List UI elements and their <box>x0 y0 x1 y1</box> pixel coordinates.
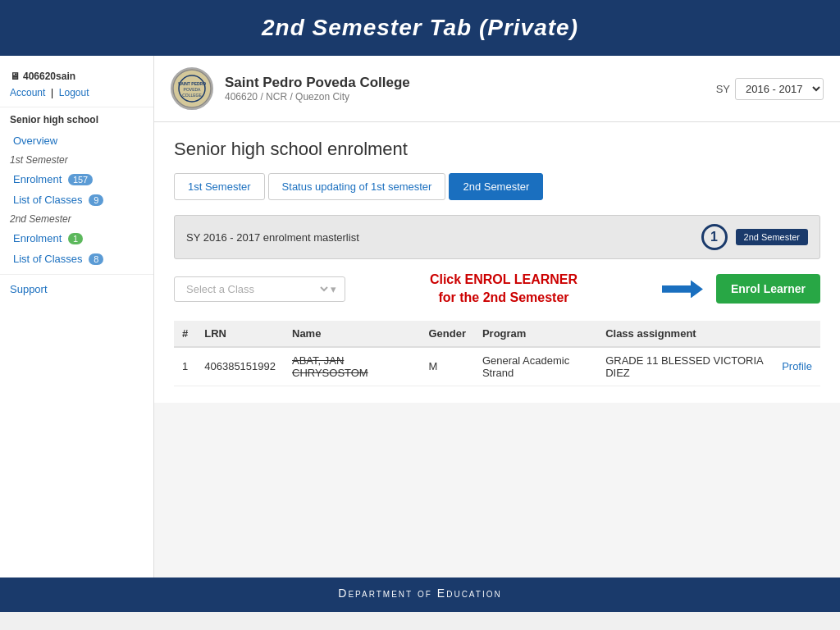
sy-label: SY <box>716 83 730 95</box>
step-circle: 1 <box>701 224 728 250</box>
school-info: Saint Pedro Poveda College 406620 / NCR … <box>225 75 410 103</box>
school-name: Saint Pedro Poveda College <box>225 75 410 91</box>
header-title: 2nd Semester Tab (Private) <box>262 15 578 40</box>
user-icon: 🖥 <box>10 71 20 82</box>
enrolment2-label: Enrolment <box>13 232 62 244</box>
sidebar-1st-semester-label: 1st Semester <box>0 151 153 169</box>
listclasses2-label: List of Classes <box>13 253 83 265</box>
school-header: SAINT PEDRO POVEDA COLLEGE Saint Pedro P… <box>154 56 840 122</box>
username-text: 406620sain <box>23 71 75 82</box>
masterlist-text: SY 2016 - 2017 enrolment masterlist <box>186 231 359 244</box>
listclasses1-badge: 9 <box>89 194 103 206</box>
sidebar-item-listclasses2[interactable]: List of Classes 8 <box>0 249 153 269</box>
enrol-instruction: Click ENROL LEARNER for the 2nd Semester <box>358 271 649 308</box>
enrolment-table: # LRN Name Gender Program Class assignme… <box>174 321 820 386</box>
sidebar-username-row: 🖥 406620sain <box>0 64 153 85</box>
cell-program: General Academic Strand <box>474 347 597 386</box>
sidebar-section-shs: Senior high school <box>0 107 153 130</box>
listclasses1-label: List of Classes <box>13 194 83 206</box>
semester-badge: 2nd Semester <box>736 229 808 245</box>
enrolment2-badge: 1 <box>68 233 83 244</box>
school-code: 406620 / NCR / Quezon City <box>225 91 410 103</box>
arrow-right-icon <box>662 280 703 298</box>
footer: Department of Education <box>0 578 840 612</box>
listclasses2-badge: 8 <box>89 253 103 265</box>
cell-gender: M <box>420 347 474 386</box>
school-logo: SAINT PEDRO POVEDA COLLEGE <box>171 67 213 110</box>
svg-text:SAINT PEDRO: SAINT PEDRO <box>178 81 206 86</box>
col-gender: Gender <box>420 321 474 347</box>
tab-status-update[interactable]: Status updating of 1st semester <box>268 173 446 200</box>
enrol-row: Select a Class ▾ Click ENROL LEARNER for… <box>174 271 820 308</box>
sy-selector: SY 2016 - 2017 2015 - 2016 <box>716 78 824 100</box>
overview-label: Overview <box>13 135 57 147</box>
main-content: SAINT PEDRO POVEDA COLLEGE Saint Pedro P… <box>154 56 840 578</box>
cell-num: 1 <box>174 347 196 386</box>
semester-tabs: 1st Semester Status updating of 1st seme… <box>174 173 820 200</box>
support-label: Support <box>10 283 48 295</box>
tab-1st-semester[interactable]: 1st Semester <box>174 173 265 200</box>
sidebar-item-support[interactable]: Support <box>0 274 153 304</box>
class-select[interactable]: Select a Class <box>183 282 331 296</box>
sidebar: 🖥 406620sain Account | Logout Senior hig… <box>0 56 154 578</box>
cell-name: ABAT, JAN CHRYSOSTOM <box>284 347 420 386</box>
sidebar-account-links: Account | Logout <box>0 85 153 107</box>
sidebar-item-enrolment2[interactable]: Enrolment 1 <box>0 228 153 249</box>
page-header: 2nd Semester Tab (Private) <box>0 0 840 56</box>
col-name: Name <box>284 321 420 347</box>
col-program: Program <box>474 321 597 347</box>
enrol-instruction-line2: for the 2nd Semester <box>358 289 649 307</box>
dropdown-arrow-icon: ▾ <box>331 283 336 295</box>
col-class: Class assignment <box>597 321 774 347</box>
col-action <box>774 321 820 347</box>
content-area: Senior high school enrolment 1st Semeste… <box>154 122 840 403</box>
enrolment1-badge: 157 <box>68 174 93 185</box>
sy-dropdown[interactable]: 2016 - 2017 2015 - 2016 <box>735 78 824 100</box>
class-select-wrapper[interactable]: Select a Class ▾ <box>174 276 345 302</box>
enrol-learner-button[interactable]: Enrol Learner <box>716 274 820 304</box>
table-header-row: # LRN Name Gender Program Class assignme… <box>174 321 820 347</box>
svg-text:COLLEGE: COLLEGE <box>182 93 202 98</box>
masterlist-bar: SY 2016 - 2017 enrolment masterlist 1 2n… <box>174 215 820 259</box>
table-row: 1 406385151992 ABAT, JAN CHRYSOSTOM M Ge… <box>174 347 820 386</box>
logout-link[interactable]: Logout <box>59 87 89 98</box>
cell-profile[interactable]: Profile <box>774 347 820 386</box>
masterlist-right: 1 2nd Semester <box>701 224 808 250</box>
account-link[interactable]: Account <box>10 87 45 98</box>
svg-text:POVEDA: POVEDA <box>184 87 202 92</box>
footer-text: Department of Education <box>338 587 501 600</box>
col-num: # <box>174 321 196 347</box>
cell-class: GRADE 11 BLESSED VICTORIA DIEZ <box>597 347 774 386</box>
sidebar-item-enrolment1[interactable]: Enrolment 157 <box>0 169 153 189</box>
col-lrn: LRN <box>196 321 284 347</box>
sidebar-2nd-semester-label: 2nd Semester <box>0 210 153 228</box>
enrol-instruction-line1: Click ENROL LEARNER <box>358 271 649 289</box>
sidebar-item-listclasses1[interactable]: List of Classes 9 <box>0 189 153 210</box>
enrolment1-label: Enrolment <box>13 173 62 185</box>
section-title: Senior high school enrolment <box>174 139 820 160</box>
sidebar-item-overview[interactable]: Overview <box>0 130 153 151</box>
tab-2nd-semester[interactable]: 2nd Semester <box>449 173 543 200</box>
cell-lrn: 406385151992 <box>196 347 284 386</box>
